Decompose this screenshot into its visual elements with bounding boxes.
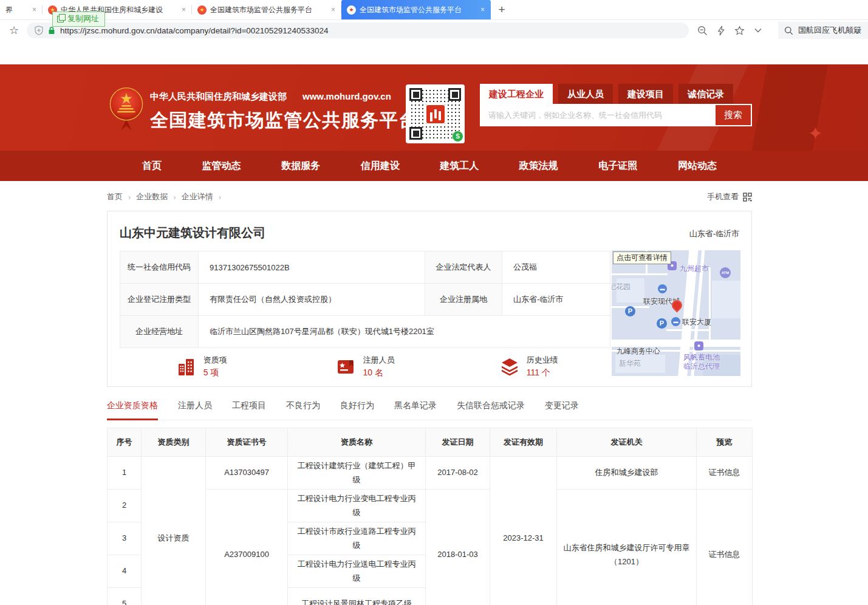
tab-bad-behavior[interactable]: 不良行为 — [286, 400, 320, 420]
browser-tab-active[interactable]: ★ 全国建筑市场监管公共服务平台 × — [341, 0, 491, 19]
tab-dishonesty[interactable]: 失信联合惩戒记录 — [457, 400, 525, 420]
battery-pin-icon: ● — [694, 341, 703, 350]
national-emblem-icon — [109, 86, 144, 131]
stat-registered-personnel[interactable]: 注册人员 10 名 — [283, 355, 446, 378]
stat-qualifications[interactable]: 资质项 5 项 — [120, 355, 283, 378]
table-row: 企业经营地址 临沂市兰山区陶然路107号星河晶都（联安）现代城1号楼2201室 — [120, 316, 610, 348]
search-tab-enterprise[interactable]: 建设工程企业 — [480, 84, 553, 104]
cell-authority: 山东省住房和城乡建设厅许可专用章（1201） — [557, 490, 697, 605]
chevron-down-icon[interactable] — [754, 27, 762, 33]
certificate-info-link[interactable]: 证书信息 — [697, 457, 753, 490]
map-label-xinhuayuan: 新华苑 — [619, 358, 641, 369]
reg-region-value: 山东省-临沂市 — [502, 284, 610, 316]
breadcrumb-home[interactable]: 首页 — [107, 191, 123, 202]
stat-value: 111 个 — [527, 367, 558, 378]
nav-item-site-news[interactable]: 网站动态 — [678, 151, 717, 181]
tab-registered-personnel[interactable]: 注册人员 — [178, 400, 212, 420]
address-bar: ☆ https://jzsc.mohurd.gov.cn/data/compan… — [0, 20, 868, 41]
chrome-gap — [0, 41, 868, 64]
close-icon[interactable]: × — [181, 5, 186, 14]
company-name: 山东中元建筑设计有限公司 — [120, 225, 739, 241]
ministry-name: 中华人民共和国住房和城乡建设部 — [150, 91, 287, 103]
cell-category: 设计资质 — [142, 457, 206, 605]
quick-search-text: 国航回应飞机颠簸 — [798, 25, 861, 36]
tab-good-behavior[interactable]: 良好行为 — [340, 400, 374, 420]
qr-code-icon — [743, 193, 752, 202]
quick-search-box[interactable]: 国航回应飞机颠簸 — [778, 22, 868, 39]
building-pin-icon: ▬ — [658, 284, 667, 293]
nav-item-supervision[interactable]: 监管动态 — [202, 151, 241, 181]
address-label: 企业经营地址 — [120, 316, 199, 348]
qr-code: S — [406, 84, 465, 143]
cell-name: 工程设计电力行业变电工程专业丙级 — [288, 490, 426, 522]
map-label-business-center: 九峰商务中心 — [617, 346, 660, 357]
keyword-search-input[interactable] — [480, 104, 714, 126]
breadcrumb-company-detail[interactable]: 企业详情 — [182, 191, 213, 202]
nav-item-data-service[interactable]: 数据服务 — [281, 151, 320, 181]
company-region: 山东省-临沂市 — [689, 228, 739, 239]
stat-label: 资质项 — [203, 355, 227, 366]
lightning-icon[interactable] — [717, 26, 725, 36]
cell-authority: 住房和城乡建设部 — [557, 457, 697, 490]
tab-change-records[interactable]: 变更记录 — [545, 400, 579, 420]
map-road — [612, 273, 668, 275]
breadcrumb-separator: › — [219, 193, 221, 202]
search-tab-credit[interactable]: 诚信记录 — [678, 84, 733, 104]
map-label-supermarket: 九州超市 — [680, 264, 709, 274]
qr-corner — [448, 88, 461, 101]
col-header-cert-no: 资质证书号 — [206, 428, 288, 457]
qualification-table: 序号 资质类别 资质证书号 资质名称 发证日期 发证有效期 发证机关 预览 1 … — [107, 428, 753, 605]
close-icon[interactable]: × — [330, 5, 336, 14]
certificate-info-link[interactable]: 证书信息 — [697, 490, 753, 605]
col-header-category: 资质类别 — [142, 428, 206, 457]
map-label-battery-2: 临沂总代理 — [683, 361, 720, 372]
search-tab-project[interactable]: 建设项目 — [618, 84, 673, 104]
tab-blacklist[interactable]: 黑名单记录 — [394, 400, 437, 420]
cell-no: 5 — [108, 588, 142, 605]
qr-miniprogram-icon: S — [452, 131, 463, 142]
search-icon — [784, 26, 793, 35]
new-tab-button[interactable]: + — [491, 0, 513, 19]
reg-region-label: 企业注册属地 — [425, 284, 502, 316]
cell-no: 4 — [108, 555, 142, 588]
search-button[interactable]: 搜索 — [714, 104, 752, 126]
browser-tab-2[interactable]: ★ 全国建筑市场监管公共服务平台 × — [192, 0, 341, 19]
tab-projects[interactable]: 工程项目 — [232, 400, 266, 420]
close-icon[interactable]: × — [32, 5, 37, 14]
cell-no: 2 — [108, 490, 142, 522]
nav-item-home[interactable]: 首页 — [142, 151, 162, 181]
tab-qualifications[interactable]: 企业资质资格 — [107, 400, 158, 420]
map-road — [666, 329, 709, 331]
stat-historical-performance[interactable]: 历史业绩 111 个 — [447, 355, 610, 378]
zoom-out-icon[interactable] — [697, 26, 708, 36]
copy-url-tooltip-text: 复制网址 — [67, 13, 99, 24]
credit-code-label: 统一社会信用代码 — [120, 251, 199, 284]
col-header-validity: 发证有效期 — [490, 428, 557, 457]
search-category-tabs: 建设工程企业 从业人员 建设项目 诚信记录 — [480, 84, 752, 104]
nav-item-policy[interactable]: 政策法规 — [519, 151, 558, 181]
shield-icon[interactable] — [35, 26, 43, 35]
map-block — [712, 281, 740, 318]
qr-corner — [409, 127, 422, 140]
breadcrumb: 首页 › 企业数据 › 企业详情 › 手机查看 — [107, 191, 752, 202]
breadcrumb-company-data[interactable]: 企业数据 — [136, 191, 168, 202]
banner-star-decoration: ✦ — [808, 123, 823, 144]
mobile-view-link[interactable]: 手机查看 — [707, 191, 752, 202]
cell-name: 工程设计电力行业送电工程专业丙级 — [288, 555, 426, 588]
nav-item-workers[interactable]: 建筑工人 — [440, 151, 479, 181]
cell-no: 1 — [108, 457, 142, 490]
nav-item-credit[interactable]: 信用建设 — [361, 151, 400, 181]
url-field[interactable]: https://jzsc.mohurd.gov.cn/data/company/… — [27, 22, 689, 38]
stat-label: 历史业绩 — [527, 355, 558, 366]
browser-tab-0[interactable]: 界 × — [0, 0, 43, 19]
url-text: https://jzsc.mohurd.gov.cn/data/company/… — [60, 26, 328, 35]
qr-center-logo — [425, 104, 446, 125]
close-icon[interactable]: × — [480, 5, 485, 14]
stat-value: 10 名 — [363, 367, 394, 378]
favorite-star-icon[interactable] — [734, 26, 745, 36]
search-tab-personnel[interactable]: 从业人员 — [558, 84, 613, 104]
bookmark-star-icon[interactable]: ☆ — [6, 24, 22, 37]
location-map[interactable]: 点击可查看详情 ● 九州超市 ATM 记花园 ▬ 联安现代城 ▬ 联安大厦 P … — [612, 250, 740, 376]
nav-item-e-license[interactable]: 电子证照 — [598, 151, 637, 181]
site-title: 全国建筑市场监管公共服务平台 — [150, 108, 418, 133]
